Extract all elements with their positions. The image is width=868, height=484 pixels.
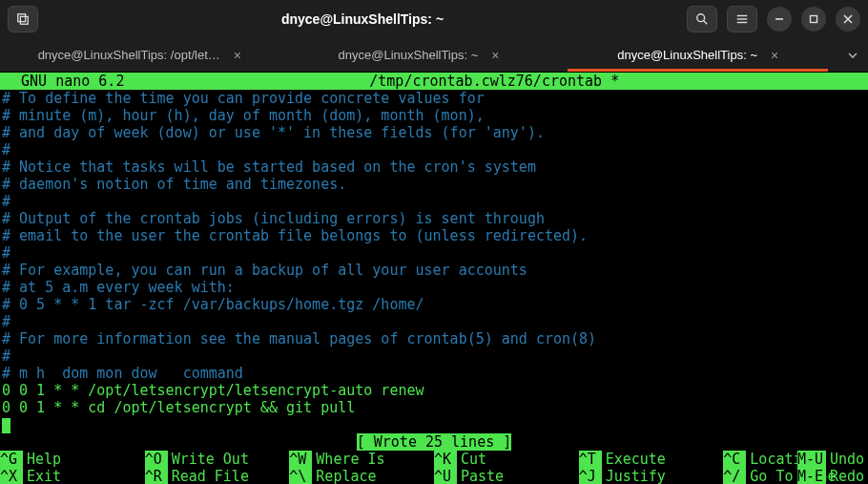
editor-comment-line: # at 5 a.m every week with: <box>2 279 866 296</box>
terminal[interactable]: GNU nano 6.2 /tmp/crontab.cwlz76/crontab… <box>0 73 868 484</box>
editor-comment-line: # and day of week (dow) or use '*' in th… <box>2 124 866 141</box>
tab-label: dnyce@LinuxShellTips: /opt/let… <box>38 48 220 62</box>
shortcut-label: Redo <box>826 468 864 484</box>
editor-comment-line: # To define the time you can provide con… <box>2 90 866 107</box>
shortcut-label: Read File <box>168 468 249 484</box>
close-icon <box>843 14 853 24</box>
shortcut-key: ^/ <box>723 468 746 484</box>
shortcut-key: ^O <box>145 451 168 468</box>
svg-rect-0 <box>18 14 26 22</box>
tab-bar: dnyce@LinuxShellTips: /opt/let… × dnyce@… <box>0 38 868 73</box>
shortcut-label: Execute <box>602 451 666 468</box>
menu-button[interactable] <box>727 6 757 32</box>
svg-line-3 <box>704 21 708 25</box>
shortcut-key: ^U <box>434 468 457 484</box>
shortcut-key: ^J <box>579 468 602 484</box>
editor-comment-line: # m h dom mon dow command <box>2 365 866 382</box>
editor-comment-line: # Output of the crontab jobs (including … <box>2 210 866 227</box>
tab-0[interactable]: dnyce@LinuxShellTips: /opt/let… × <box>0 38 279 72</box>
search-button[interactable] <box>687 6 717 32</box>
shortcut-key: ^T <box>579 451 602 468</box>
window-titlebar: dnyce@LinuxShellTips: ~ <box>0 0 868 38</box>
shortcut-key: M-E <box>797 468 826 484</box>
shortcut-label: Paste <box>457 468 504 484</box>
tab-2[interactable]: dnyce@LinuxShellTips: ~ × <box>558 38 837 72</box>
maximize-icon <box>809 14 818 24</box>
shortcut-key: ^G <box>0 451 23 468</box>
shortcut-cell: M-ERedo <box>797 468 864 484</box>
shortcut-cell: ^JJustify <box>579 468 724 484</box>
minimize-button[interactable] <box>767 7 792 32</box>
maximize-button[interactable] <box>801 7 826 32</box>
editor-comment-line: # daemon's notion of time and timezones. <box>2 176 866 193</box>
new-tab-icon <box>16 12 30 26</box>
svg-point-2 <box>697 14 705 22</box>
shortcut-label: Exit <box>23 468 61 484</box>
search-icon <box>695 12 709 26</box>
shortcut-key: ^\ <box>289 468 312 484</box>
svg-rect-8 <box>811 16 817 23</box>
shortcut-label: Where Is <box>312 451 384 468</box>
shortcut-cell: ^OWrite Out <box>145 451 290 468</box>
shortcut-cell: ^RRead File <box>145 468 290 484</box>
editor-comment-line: # Notice that tasks will be started base… <box>2 158 866 176</box>
tab-close-icon[interactable]: × <box>491 48 499 63</box>
nano-header: GNU nano 6.2 /tmp/crontab.cwlz76/crontab… <box>0 73 868 90</box>
editor-comment-line: # email to the user the crontab file bel… <box>2 227 866 244</box>
tab-close-icon[interactable]: × <box>771 48 778 63</box>
new-tab-button[interactable] <box>8 6 38 32</box>
nano-editor[interactable]: # To define the time you can provide con… <box>0 90 868 416</box>
shortcut-label: Replace <box>312 468 376 484</box>
tab-overflow-button[interactable] <box>837 38 868 72</box>
chevron-down-icon <box>847 50 858 61</box>
shortcut-key: ^C <box>723 451 746 468</box>
shortcut-key: M-U <box>797 451 826 468</box>
cursor <box>2 418 10 433</box>
editor-comment-line: # <box>2 141 866 158</box>
shortcut-label: Cut <box>457 451 486 468</box>
editor-comment-line: # <box>2 193 866 210</box>
shortcut-key: ^K <box>434 451 457 468</box>
editor-comment-line: # <box>2 244 866 262</box>
shortcut-cell: M-UUndo <box>797 451 864 468</box>
editor-comment-line: # minute (m), hour (h), day of month (do… <box>2 107 866 124</box>
shortcut-key: ^X <box>0 468 23 484</box>
editor-command-line: 0 0 1 * * /opt/letsencrypt/letsencrypt-a… <box>2 382 866 399</box>
nano-shortcut-bar: ^GHelp^OWrite Out^WWhere Is^KCut^TExecut… <box>0 451 868 484</box>
editor-comment-line: # <box>2 313 866 330</box>
shortcut-cell: ^KCut <box>434 451 579 468</box>
nano-file-name: /tmp/crontab.cwlz76/crontab * <box>124 73 864 90</box>
tab-1[interactable]: dnyce@LinuxShellTips: ~ × <box>279 38 559 72</box>
nano-status-message: [ Wrote 25 lines ] <box>357 433 512 451</box>
shortcut-cell: ^GHelp <box>0 451 145 468</box>
editor-comment-line: # For example, you can run a backup of a… <box>2 262 866 279</box>
minimize-icon <box>775 14 784 24</box>
cursor-line <box>0 416 868 433</box>
shortcut-cell: ^UPaste <box>434 468 579 484</box>
tab-label: dnyce@LinuxShellTips: ~ <box>617 48 757 62</box>
editor-comment-line: # 0 5 * * 1 tar -zcf /var/backups/home.t… <box>2 296 866 313</box>
shortcut-cell: ^XExit <box>0 468 145 484</box>
shortcut-label: Justify <box>602 468 666 484</box>
window-title: dnyce@LinuxShellTips: ~ <box>46 11 679 27</box>
shortcut-cell: ^\Replace <box>289 468 434 484</box>
editor-command-line: 0 0 1 * * cd /opt/letsencrypt && git pul… <box>2 399 866 416</box>
shortcut-label: Write Out <box>168 451 249 468</box>
shortcut-key: ^W <box>289 451 312 468</box>
tab-close-icon[interactable]: × <box>234 48 241 63</box>
nano-app-name: GNU nano 6.2 <box>4 73 124 90</box>
nano-status-line: [ Wrote 25 lines ] <box>0 433 868 451</box>
editor-comment-line: # For more information see the manual pa… <box>2 330 866 347</box>
shortcut-label: Undo <box>826 451 864 468</box>
shortcut-key: ^R <box>145 468 168 484</box>
hamburger-icon <box>735 12 749 26</box>
svg-rect-1 <box>20 16 28 24</box>
close-button[interactable] <box>836 7 860 32</box>
editor-comment-line: # <box>2 347 866 365</box>
shortcut-cell: ^TExecute <box>579 451 724 468</box>
shortcut-cell: ^WWhere Is <box>289 451 434 468</box>
shortcut-label: Help <box>23 451 61 468</box>
tab-label: dnyce@LinuxShellTips: ~ <box>339 48 479 62</box>
